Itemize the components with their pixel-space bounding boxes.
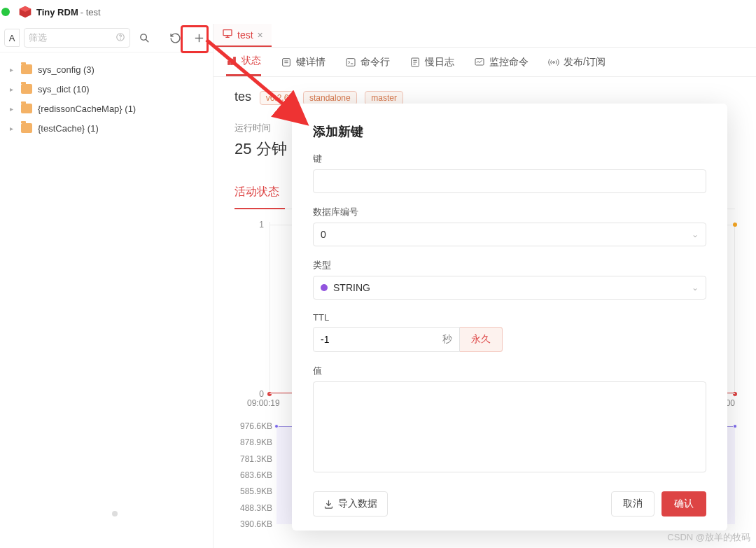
ytick: 878.9KB bbox=[240, 437, 272, 447]
select-type-value: STRING bbox=[333, 282, 370, 293]
badge-version: v6.2.6 bbox=[260, 91, 295, 105]
svg-rect-13 bbox=[234, 57, 236, 65]
add-key-modal: 添加新键 键 数据库编号 0 ⌄ 类型 STRING ⌄ TTL -1 秒 永久… bbox=[292, 104, 727, 531]
connection-tabs: test × bbox=[214, 24, 756, 48]
sidebar-toolbar: A 筛选 bbox=[0, 24, 213, 52]
folder-icon bbox=[21, 84, 32, 94]
connection-name: tes bbox=[234, 90, 251, 104]
ytick: 683.6KB bbox=[240, 470, 272, 480]
select-type[interactable]: STRING ⌄ bbox=[313, 276, 706, 300]
tab-cli[interactable]: 命令行 bbox=[345, 48, 390, 76]
filter-input[interactable]: 筛选 bbox=[24, 28, 130, 48]
svg-line-5 bbox=[146, 39, 148, 42]
ttl-permanent-button[interactable]: 永久 bbox=[460, 327, 503, 352]
tab-status[interactable]: 状态 bbox=[226, 48, 261, 76]
select-db-value: 0 bbox=[321, 229, 326, 240]
connection-tab[interactable]: test × bbox=[214, 24, 272, 47]
modal-title: 添加新键 bbox=[313, 123, 706, 140]
chevron-down-icon: ⌄ bbox=[692, 230, 699, 239]
ytick: 488.3KB bbox=[240, 503, 272, 513]
badge-mode: standalone bbox=[303, 91, 357, 105]
tree-item-label: {redissonCacheMap} (1) bbox=[38, 104, 136, 114]
connection-tab-label: test bbox=[237, 29, 253, 41]
svg-point-24 bbox=[553, 61, 555, 63]
app-logo bbox=[18, 5, 32, 19]
tree-item-label: sys_dict (10) bbox=[38, 84, 90, 94]
input-ttl[interactable]: -1 秒 bbox=[313, 327, 460, 352]
tab-key-detail[interactable]: 键详情 bbox=[281, 48, 326, 76]
tree-item[interactable]: ▸{redissonCacheMap} (1) bbox=[4, 99, 209, 118]
select-db[interactable]: 0 ⌄ bbox=[313, 223, 706, 246]
tab-monitor[interactable]: 监控命令 bbox=[474, 48, 528, 76]
chevron-right-icon: ▸ bbox=[7, 66, 15, 73]
svg-rect-8 bbox=[223, 30, 232, 36]
folder-icon bbox=[21, 104, 32, 113]
cancel-button[interactable]: 取消 bbox=[611, 491, 654, 517]
svg-rect-11 bbox=[228, 61, 230, 64]
watermark: CSDN @放羊的牧码 bbox=[667, 531, 750, 544]
chevron-down-icon: ⌄ bbox=[692, 283, 699, 293]
monitor-icon bbox=[222, 28, 233, 41]
svg-rect-12 bbox=[231, 59, 233, 64]
badge-role: master bbox=[365, 91, 403, 105]
titlebar: Tiny RDM - test bbox=[0, 0, 756, 24]
section-tabs: 状态 键详情 命令行 慢日志 监控命令 发布/订阅 bbox=[214, 48, 756, 77]
tree-item[interactable]: ▸{testCache} (1) bbox=[4, 118, 209, 138]
svg-rect-14 bbox=[283, 58, 290, 66]
filter-placeholder: 筛选 bbox=[29, 31, 47, 44]
tree-item[interactable]: ▸sys_config (3) bbox=[4, 59, 209, 79]
type-color-dot bbox=[321, 284, 328, 291]
tree-item-label: {testCache} (1) bbox=[38, 123, 99, 134]
chevron-right-icon: ▸ bbox=[7, 105, 15, 113]
chevron-right-icon: ▸ bbox=[7, 85, 15, 93]
app-subtitle: - test bbox=[80, 7, 101, 17]
label-db: 数据库编号 bbox=[313, 206, 706, 218]
ytick: 0 bbox=[259, 389, 264, 399]
ytick: 390.6KB bbox=[240, 519, 272, 529]
folder-icon bbox=[21, 64, 32, 74]
import-button[interactable]: 导入数据 bbox=[313, 491, 388, 517]
ytick: 781.3KB bbox=[240, 454, 272, 464]
label-type: 类型 bbox=[313, 259, 706, 272]
ytick: 1 bbox=[259, 220, 264, 230]
search-icon[interactable] bbox=[134, 28, 154, 48]
tree-item-label: sys_config (3) bbox=[38, 64, 94, 75]
add-key-button[interactable] bbox=[189, 28, 209, 48]
input-value[interactable] bbox=[313, 381, 706, 472]
activity-title: 活动状态 bbox=[234, 185, 285, 209]
scrollbar-thumb[interactable] bbox=[112, 511, 118, 517]
help-icon[interactable] bbox=[115, 32, 125, 44]
svg-point-3 bbox=[120, 38, 121, 39]
tab-slowlog[interactable]: 慢日志 bbox=[410, 48, 454, 76]
refresh-icon[interactable] bbox=[165, 28, 185, 48]
window-traffic-light[interactable] bbox=[1, 8, 10, 16]
folder-icon bbox=[21, 123, 32, 133]
ttl-value: -1 bbox=[321, 334, 329, 345]
app-title: Tiny RDM bbox=[36, 7, 78, 17]
filter-mode[interactable]: A bbox=[4, 29, 20, 47]
tree-item[interactable]: ▸sys_dict (10) bbox=[4, 79, 209, 99]
svg-rect-17 bbox=[346, 58, 355, 66]
ok-button[interactable]: 确认 bbox=[662, 491, 706, 517]
label-key: 键 bbox=[313, 153, 706, 165]
sidebar: A 筛选 ▸sys_config (3) ▸sys_dict (10) ▸{re… bbox=[0, 24, 214, 548]
tab-pubsub[interactable]: 发布/订阅 bbox=[548, 48, 606, 76]
ttl-unit: 秒 bbox=[442, 333, 452, 346]
key-tree: ▸sys_config (3) ▸sys_dict (10) ▸{redisso… bbox=[0, 52, 213, 145]
ytick: 585.9KB bbox=[240, 486, 272, 496]
label-value: 值 bbox=[313, 365, 706, 377]
svg-point-4 bbox=[140, 34, 146, 40]
ytick: 976.6KB bbox=[240, 421, 272, 431]
label-ttl: TTL bbox=[313, 312, 706, 323]
chevron-right-icon: ▸ bbox=[7, 125, 15, 132]
close-icon[interactable]: × bbox=[258, 29, 263, 41]
xtick: 09:00:19 bbox=[247, 398, 280, 408]
import-label: 导入数据 bbox=[338, 498, 377, 510]
svg-rect-23 bbox=[475, 58, 484, 64]
input-key[interactable] bbox=[313, 169, 706, 193]
